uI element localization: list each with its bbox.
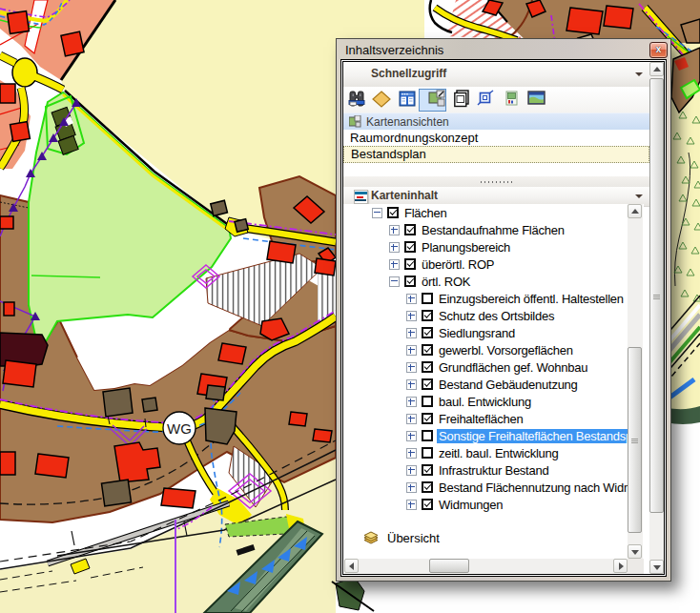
svg-text:WG: WG [167, 420, 192, 437]
